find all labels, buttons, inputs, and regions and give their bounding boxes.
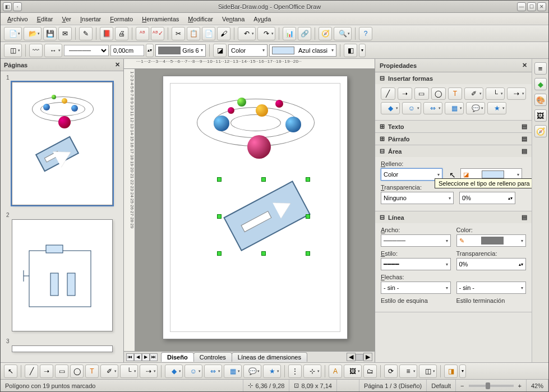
pin-icon[interactable]: ◦ [13, 2, 22, 11]
trans-value-spin[interactable]: 0%▴▾ [459, 192, 515, 204]
copy-button[interactable]: 📋 [187, 27, 200, 40]
symbol-shapes-tool[interactable]: ☺ [184, 365, 202, 378]
menu-ver[interactable]: Ver [58, 15, 75, 24]
sysmenu-icon[interactable]: ◧ [3, 2, 12, 11]
zoom-slider[interactable] [469, 385, 514, 387]
print-button[interactable]: 🖨 [115, 27, 128, 40]
fill-type-combo[interactable]: Color▾ [381, 168, 442, 181]
fill-color-select[interactable]: Azul classi▾ [269, 44, 336, 57]
tab-last-icon[interactable]: ⏭ [150, 353, 158, 361]
spellcheck-button[interactable]: ᴬᴮ [136, 27, 149, 40]
menu-ayuda[interactable]: Ayuda [250, 15, 274, 24]
shape-ellipse[interactable]: ◯ [431, 87, 446, 100]
width-spinner[interactable]: ▴▾ [146, 44, 154, 57]
sbtab-gallery[interactable]: ◆ [534, 78, 547, 90]
sbtab-functions[interactable]: 🧭 [534, 125, 547, 137]
selected-object[interactable] [223, 181, 311, 251]
maximize-button[interactable]: ☐ [527, 2, 536, 11]
line-style-combo[interactable]: ━━━━▾ [381, 258, 451, 270]
shape-symbol[interactable]: ☺ [402, 102, 421, 114]
close-button[interactable]: ✕ [537, 2, 546, 11]
tab-controls[interactable]: Controles [193, 352, 232, 362]
line-ends-tool[interactable]: ⇢ [140, 365, 158, 378]
menu-insertar[interactable]: Insertar [77, 15, 104, 24]
connector-tool[interactable]: └ [120, 365, 138, 378]
arrow-style-button[interactable]: ↔ [44, 44, 62, 57]
sidebar-close-icon[interactable]: ✕ [522, 62, 527, 69]
flowchart-tool[interactable]: ▦ [224, 365, 242, 378]
line-trans-spin[interactable]: 0%▴▾ [456, 258, 527, 270]
cut-button[interactable]: ✂ [172, 27, 185, 40]
shape-connector[interactable]: └ [486, 87, 505, 100]
autospell-button[interactable]: ᴬᴮ✓ [151, 27, 164, 40]
shape-star[interactable]: ★ [487, 102, 506, 114]
zoom-controls[interactable]: − + [456, 380, 527, 391]
line-width-input[interactable] [110, 45, 144, 56]
chart-button[interactable]: 📊 [283, 27, 296, 40]
arrow-end-combo[interactable]: - sin -▾ [456, 282, 527, 294]
text-tool[interactable]: T [85, 365, 99, 378]
line-tool[interactable]: ╱ [25, 365, 38, 378]
rect-tool[interactable]: ▭ [55, 365, 68, 378]
email-button[interactable]: ✉ [58, 27, 72, 40]
navigator-button[interactable]: 🧭 [319, 27, 332, 40]
menu-herramientas[interactable]: Herramientas [139, 15, 182, 24]
from-file-tool[interactable]: 🖼 [344, 365, 362, 378]
callout-tool[interactable]: 💬 [243, 365, 261, 378]
shape-arrow-line[interactable]: ➝ [398, 87, 412, 100]
drawing-page[interactable] [163, 76, 348, 339]
tab-prev-icon[interactable]: ◀ [134, 353, 142, 361]
undo-button[interactable]: ↶ [238, 27, 256, 40]
fill-type-select[interactable]: Color▾ [228, 44, 267, 57]
page-thumb-2[interactable]: 2 [6, 212, 118, 331]
line-width-combo[interactable]: ─────▾ [381, 234, 451, 247]
zoom-button[interactable]: 🔍 [334, 27, 352, 40]
zoom-out-icon[interactable]: − [460, 382, 464, 389]
shape-flowchart[interactable]: ▦ [445, 102, 464, 114]
tab-next-icon[interactable]: ▶ [142, 353, 150, 361]
shape-curve[interactable]: ✐ [464, 87, 483, 100]
menu-formato[interactable]: Formato [107, 15, 136, 24]
basic-shapes-tool[interactable]: ◆ [165, 365, 183, 378]
section-paragraph[interactable]: ⊞Párrafo▤ [375, 133, 532, 145]
shape-block-arrow[interactable]: ⇔ [423, 102, 442, 114]
shape-basic[interactable]: ◆ [381, 102, 400, 114]
trans-type-combo[interactable]: Ninguno▾ [381, 192, 454, 204]
line-color-combo[interactable]: ✎▾ [456, 234, 527, 247]
gallery-tool[interactable]: 🗂 [363, 365, 377, 378]
pdf-button[interactable]: 📕 [100, 27, 113, 40]
menu-modificar[interactable]: Modificar [184, 15, 216, 24]
extrusion-tool[interactable]: ◨ [444, 365, 458, 378]
more-icon[interactable]: ▤ [522, 214, 527, 221]
arrow-tool[interactable]: ➝ [40, 365, 53, 378]
line-color-select[interactable]: Gris 6▾ [155, 44, 206, 57]
shadow-button[interactable]: ◧ [344, 44, 357, 57]
status-style[interactable]: Default [427, 380, 456, 391]
menu-ventana[interactable]: Ventana [219, 15, 248, 24]
more-icon[interactable]: ▤ [522, 135, 527, 142]
toolbar-chevron[interactable]: ▾ [359, 44, 366, 57]
help-button[interactable]: ? [359, 27, 372, 40]
shape-text[interactable]: T [448, 87, 463, 100]
rotate-tool[interactable]: ⟳ [384, 365, 398, 378]
save-button[interactable]: 💾 [43, 27, 57, 40]
more-icon[interactable]: ▤ [522, 147, 527, 155]
hscroll-right-icon[interactable]: ▶ [363, 353, 372, 361]
arrange-tool[interactable]: ◫ [419, 365, 437, 378]
menu-editar[interactable]: Editar [34, 15, 57, 24]
area-button[interactable]: ◪ [213, 44, 227, 57]
shape-line-ends[interactable]: ⇢ [507, 87, 526, 100]
sbtab-properties[interactable]: ≡ [534, 62, 547, 75]
select-tool[interactable]: ↖ [4, 365, 17, 378]
shape-callout[interactable]: 💬 [466, 102, 485, 114]
zoom-in-icon[interactable]: + [518, 382, 522, 389]
sbtab-navigator[interactable]: 🖼 [534, 109, 547, 122]
sbtab-styles[interactable]: 🎨 [534, 94, 547, 106]
minimize-button[interactable]: — [517, 2, 526, 11]
tab-dims[interactable]: Líneas de dimensiones [232, 352, 307, 362]
shape-line[interactable]: ╱ [381, 87, 395, 100]
curve-tool[interactable]: ✐ [100, 365, 118, 378]
star-tool[interactable]: ★ [263, 365, 281, 378]
section-text[interactable]: ⊞Texto▤ [375, 121, 532, 133]
tab-first-icon[interactable]: ⏮ [126, 353, 134, 361]
